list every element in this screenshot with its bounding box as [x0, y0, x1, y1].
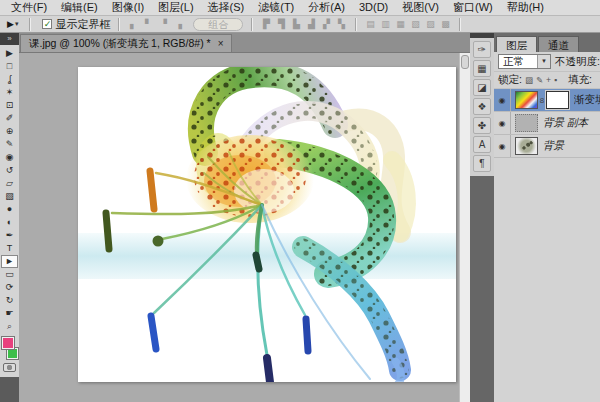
- tool-hand[interactable]: ☛: [1, 307, 18, 320]
- menu-item[interactable]: 滤镜(T): [251, 0, 301, 15]
- tool-blur[interactable]: ●: [1, 203, 18, 216]
- lock-icon[interactable]: ▨: [525, 75, 533, 85]
- active-tool-preset[interactable]: ▶ ▾: [4, 19, 21, 29]
- document-window: 课.jpg @ 100% (渐变填充 1, RGB/8#) * ×: [19, 33, 470, 402]
- panel-icon-paragraph[interactable]: ¶: [473, 155, 491, 172]
- distribute-icon[interactable]: ▤: [364, 19, 376, 29]
- panel-icon-brushes[interactable]: ✑: [473, 41, 491, 58]
- distribute-icon[interactable]: ▩: [439, 19, 451, 29]
- divider: [355, 18, 356, 31]
- tool-move[interactable]: ▶: [1, 47, 18, 60]
- distribute-icon[interactable]: ▥: [379, 19, 391, 29]
- menu-item[interactable]: 编辑(E): [54, 0, 105, 15]
- layer-row-背景 副本[interactable]: ◉ 8 背景 副本: [494, 112, 600, 135]
- layer-mask-thumbnail[interactable]: [546, 91, 569, 109]
- quick-mask-button[interactable]: [3, 363, 16, 372]
- layer-name[interactable]: 渐变填充 1: [574, 93, 600, 107]
- tool-clone-stamp[interactable]: ◉: [1, 151, 18, 164]
- menu-item[interactable]: 3D(D): [352, 0, 395, 15]
- align-icon[interactable]: ▚: [335, 19, 347, 29]
- toolbar-collapse-button[interactable]: »: [0, 33, 19, 45]
- panel-tab-bar: 图层通道: [494, 33, 600, 52]
- distribute-icon[interactable]: ▧: [409, 19, 421, 29]
- panel-tab[interactable]: 通道: [538, 36, 579, 52]
- panel-icon-masks[interactable]: ❖: [473, 98, 491, 115]
- lock-label: 锁定:: [498, 73, 522, 87]
- align-icon[interactable]: ▜: [275, 19, 287, 29]
- align-icon[interactable]: ▖: [127, 19, 139, 29]
- menu-item[interactable]: 选择(S): [201, 0, 252, 15]
- visibility-eye-icon[interactable]: ◉: [494, 112, 511, 134]
- tool-quick-selection[interactable]: ✶: [1, 86, 18, 99]
- close-icon[interactable]: ×: [218, 38, 224, 49]
- tool-type[interactable]: T: [1, 242, 18, 255]
- tool-rectangular-marquee[interactable]: □: [1, 60, 18, 73]
- layer-name[interactable]: 背景 副本: [543, 116, 600, 130]
- tool-3d-rotate[interactable]: ⟳: [1, 281, 18, 294]
- lock-icon[interactable]: ▪: [554, 75, 557, 85]
- menu-item[interactable]: 图层(L): [151, 0, 200, 15]
- panel-icon-styles[interactable]: ✤: [473, 117, 491, 134]
- foreground-color-swatch[interactable]: [2, 337, 14, 349]
- divider: [118, 18, 119, 31]
- menu-item[interactable]: 帮助(H): [500, 0, 551, 15]
- tool-zoom[interactable]: ⌕: [1, 320, 18, 333]
- vertical-scrollbar[interactable]: [459, 53, 470, 402]
- align-icon[interactable]: ▝: [157, 19, 169, 29]
- tool-history-brush[interactable]: ↺: [1, 164, 18, 177]
- menu-item[interactable]: 文件(F): [4, 0, 54, 15]
- tool-gradient[interactable]: ▧: [1, 190, 18, 203]
- align-icon[interactable]: ▞: [320, 19, 332, 29]
- collapsed-panel-icons: ✑▦◪❖✤A¶: [470, 38, 494, 176]
- distribute-icon-group: ▤▥▦▧▨▩: [364, 19, 451, 29]
- lock-icon[interactable]: +: [546, 75, 551, 85]
- align-icon[interactable]: ▙: [290, 19, 302, 29]
- document-tab[interactable]: 课.jpg @ 100% (渐变填充 1, RGB/8#) * ×: [20, 34, 232, 52]
- panel-icon-adjustments[interactable]: ◪: [473, 79, 491, 96]
- menu-item[interactable]: 窗口(W): [446, 0, 500, 15]
- align-icon[interactable]: ▛: [260, 19, 272, 29]
- layer-row-背景[interactable]: ◉ 8 背景: [494, 135, 600, 158]
- tool-spot-healing[interactable]: ⊕: [1, 125, 18, 138]
- panel-icon-character[interactable]: A: [473, 136, 491, 153]
- canvas-page[interactable]: [78, 67, 456, 382]
- tool-eyedropper[interactable]: ✐: [1, 112, 18, 125]
- blend-mode-select[interactable]: 正常 ▼: [498, 54, 551, 69]
- show-bounding-box-option[interactable]: ✓ 显示定界框: [42, 17, 110, 32]
- layer-thumbnail[interactable]: [515, 114, 538, 132]
- scrollbar-thumb[interactable]: [461, 55, 469, 69]
- align-icon[interactable]: ▘: [142, 19, 154, 29]
- tool-3d-orbit[interactable]: ↻: [1, 294, 18, 307]
- distribute-icon[interactable]: ▨: [424, 19, 436, 29]
- layer-row-渐变填充 1[interactable]: ◉ 8 渐变填充 1: [494, 89, 600, 112]
- show-bounding-box-checkbox[interactable]: ✓: [42, 19, 52, 29]
- layer-thumbnail[interactable]: [515, 91, 538, 109]
- menu-item[interactable]: 分析(A): [301, 0, 352, 15]
- visibility-eye-icon[interactable]: ◉: [494, 89, 511, 111]
- menu-item[interactable]: 图像(I): [105, 0, 151, 15]
- tool-pen[interactable]: ✒: [1, 229, 18, 242]
- align-icon[interactable]: ▗: [172, 19, 184, 29]
- panel-dock: ✑▦◪❖✤A¶ 图层通道 正常 ▼ 不透明度: 锁定: ▨✎+▪ 填充:: [470, 33, 600, 402]
- panel-tab[interactable]: 图层: [496, 36, 537, 52]
- tool-dodge[interactable]: ◐: [1, 216, 18, 229]
- tool-path-selection[interactable]: ►: [1, 255, 18, 268]
- lock-icon[interactable]: ✎: [536, 75, 543, 85]
- menu-item[interactable]: 视图(V): [395, 0, 446, 15]
- menu-bar: 文件(F)编辑(E)图像(I)图层(L)选择(S)滤镜(T)分析(A)3D(D)…: [0, 0, 600, 16]
- tool-lasso[interactable]: ʆ: [1, 73, 18, 86]
- combine-button[interactable]: 组合: [193, 18, 243, 31]
- tool-rectangle-shape[interactable]: ▭: [1, 268, 18, 281]
- blend-mode-value: 正常: [499, 55, 537, 69]
- panel-icon-clone-source[interactable]: ▦: [473, 60, 491, 77]
- tool-brush[interactable]: ✎: [1, 138, 18, 151]
- align-icon[interactable]: ▟: [305, 19, 317, 29]
- distribute-icon[interactable]: ▦: [394, 19, 406, 29]
- tool-eraser[interactable]: ▱: [1, 177, 18, 190]
- layer-name[interactable]: 背景: [543, 139, 600, 153]
- divider: [29, 18, 30, 31]
- visibility-eye-icon[interactable]: ◉: [494, 135, 511, 157]
- tool-crop[interactable]: ⊡: [1, 99, 18, 112]
- background-color-swatch[interactable]: [7, 348, 18, 359]
- layer-thumbnail[interactable]: [515, 137, 538, 155]
